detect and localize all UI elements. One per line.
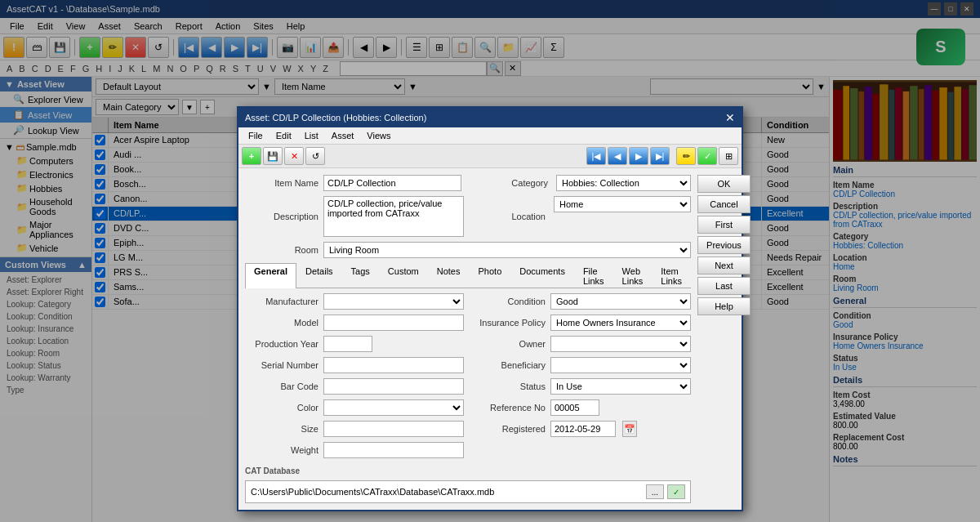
tab-documents[interactable]: Documents: [510, 263, 574, 288]
modal-body: Item Name Category Hobbies: Collection D…: [238, 168, 742, 510]
modal-nav-next[interactable]: ▶: [629, 147, 648, 165]
modal-form-area: Item Name Category Hobbies: Collection D…: [238, 168, 697, 510]
general-left-col: Manufacturer Model Production Year: [245, 293, 464, 463]
modal-title-bar: Asset: CD/LP Collection (Hobbies: Collec…: [238, 108, 742, 127]
modal-desc-row: Description CD/LP collection, price/valu…: [245, 196, 691, 237]
modal-menu-views[interactable]: Views: [360, 129, 397, 142]
prod-year-input[interactable]: [323, 336, 372, 352]
modal-overlay: Asset: CD/LP Collection (Hobbies: Collec…: [0, 0, 980, 522]
tab-item-links[interactable]: Item Links: [652, 263, 691, 288]
modal-nav-prev[interactable]: ◀: [608, 147, 627, 165]
insurance-row: Insurance Policy Home Owners Insurance: [472, 315, 691, 331]
modal-toolbar: + 💾 ✕ ↺ |◀ ◀ ▶ ▶| ✏ ✓ ⊞: [238, 145, 742, 168]
beneficiary-select[interactable]: [550, 357, 691, 373]
modal-room-label: Room: [245, 245, 318, 255]
modal-ok-button[interactable]: OK: [697, 175, 751, 193]
modal-menu-list[interactable]: List: [298, 129, 325, 142]
modal-help-button[interactable]: Help: [697, 297, 751, 315]
serial-label: Serial Number: [245, 360, 318, 370]
modal-room-row: Room Living Room: [245, 242, 691, 258]
weight-label: Weight: [245, 445, 318, 455]
prod-year-label: Production Year: [245, 339, 318, 349]
calendar-button[interactable]: 📅: [622, 421, 637, 437]
model-label: Model: [245, 318, 318, 328]
modal-category-select[interactable]: Hobbies: Collection: [556, 175, 691, 191]
modal-tabs: General Details Tags Custom Notes Photo …: [245, 263, 691, 288]
modal-save-btn[interactable]: 💾: [263, 147, 283, 165]
modal-room-select[interactable]: Living Room: [323, 242, 691, 258]
modal-last-button[interactable]: Last: [697, 277, 751, 295]
modal-desc-textarea[interactable]: CD/LP collection, price/value imported f…: [323, 196, 464, 237]
modal-location-label: Location: [472, 212, 546, 221]
modal-check-btn[interactable]: ✓: [697, 147, 717, 165]
insurance-label: Insurance Policy: [472, 318, 546, 328]
prod-year-row: Production Year: [245, 336, 464, 352]
status-row: Status In Use: [472, 378, 691, 395]
modal-undo-btn[interactable]: ↺: [305, 147, 325, 165]
modal-name-row: Item Name Category Hobbies: Collection: [245, 175, 691, 191]
modal-first-button[interactable]: First: [697, 216, 751, 234]
modal-nav-first[interactable]: |◀: [586, 147, 606, 165]
modal-previous-button[interactable]: Previous: [697, 236, 751, 254]
status-label: Status: [472, 381, 546, 391]
modal-menu-asset[interactable]: Asset: [325, 129, 361, 142]
weight-row: Weight: [245, 442, 464, 458]
color-label: Color: [245, 403, 318, 413]
manufacturer-select[interactable]: [323, 293, 464, 310]
modal-menu-edit[interactable]: Edit: [270, 129, 298, 142]
db-path-browse-btn[interactable]: ...: [646, 484, 664, 499]
db-path-ok-btn[interactable]: ✓: [667, 484, 685, 499]
reference-label: Reference No: [472, 403, 546, 413]
barcode-row: Bar Code: [245, 378, 464, 395]
tab-tags[interactable]: Tags: [342, 263, 379, 288]
modal-next-button[interactable]: Next: [697, 257, 751, 274]
color-select[interactable]: [323, 399, 464, 416]
general-tab-content: Manufacturer Model Production Year: [245, 293, 691, 463]
size-label: Size: [245, 424, 318, 434]
modal-nav-last[interactable]: ▶|: [650, 147, 670, 165]
beneficiary-row: Beneficiary: [472, 357, 691, 373]
modal-cancel-button[interactable]: Cancel: [697, 195, 751, 213]
tab-general[interactable]: General: [245, 263, 296, 288]
status-select[interactable]: In Use: [550, 378, 691, 395]
tab-details[interactable]: Details: [296, 263, 342, 288]
modal-desc-label: Description: [245, 212, 318, 221]
modal-add-btn[interactable]: +: [242, 147, 261, 165]
tab-web-links[interactable]: Web Links: [613, 263, 653, 288]
beneficiary-label: Beneficiary: [472, 360, 546, 370]
owner-label: Owner: [472, 339, 546, 349]
condition-label: Condition: [472, 297, 546, 306]
db-path-section: CAT Database C:\Users\Public\Documents\C…: [245, 466, 691, 503]
tab-custom[interactable]: Custom: [379, 263, 428, 288]
barcode-input[interactable]: [323, 378, 464, 395]
modal-edit-btn[interactable]: ✏: [676, 147, 696, 165]
tab-notes[interactable]: Notes: [428, 263, 470, 288]
size-input[interactable]: [323, 421, 464, 437]
reference-input[interactable]: [550, 399, 599, 416]
db-path-actions: ... ✓: [646, 484, 685, 499]
model-row: Model: [245, 315, 464, 331]
modal-title: Asset: CD/LP Collection (Hobbies: Collec…: [245, 113, 426, 123]
db-label: CAT Database: [245, 466, 691, 475]
modal-location-select[interactable]: Home: [554, 196, 691, 212]
registered-input[interactable]: [550, 421, 616, 437]
weight-input[interactable]: [323, 442, 464, 458]
condition-select[interactable]: Good: [550, 293, 691, 310]
serial-row: Serial Number: [245, 357, 464, 373]
tab-photo[interactable]: Photo: [470, 263, 511, 288]
db-path-bar: C:\Users\Public\Documents\CATraxx\Databa…: [245, 480, 691, 503]
owner-select[interactable]: [550, 336, 691, 352]
modal-delete-btn[interactable]: ✕: [284, 147, 304, 165]
tab-file-links[interactable]: File Links: [574, 263, 613, 288]
db-path-value: C:\Users\Public\Documents\CATraxx\Databa…: [251, 487, 494, 497]
registered-label: Registered: [472, 424, 546, 434]
registered-row: Registered 📅: [472, 421, 691, 437]
modal-item-name-input[interactable]: [323, 175, 461, 191]
serial-input[interactable]: [323, 357, 464, 373]
model-input[interactable]: [323, 315, 464, 331]
modal-menu-file[interactable]: File: [242, 129, 270, 142]
modal-close-button[interactable]: ✕: [725, 111, 735, 124]
insurance-select[interactable]: Home Owners Insurance: [550, 315, 691, 331]
modal-grid-btn[interactable]: ⊞: [719, 147, 738, 165]
modal-menu: File Edit List Asset Views: [238, 127, 742, 145]
